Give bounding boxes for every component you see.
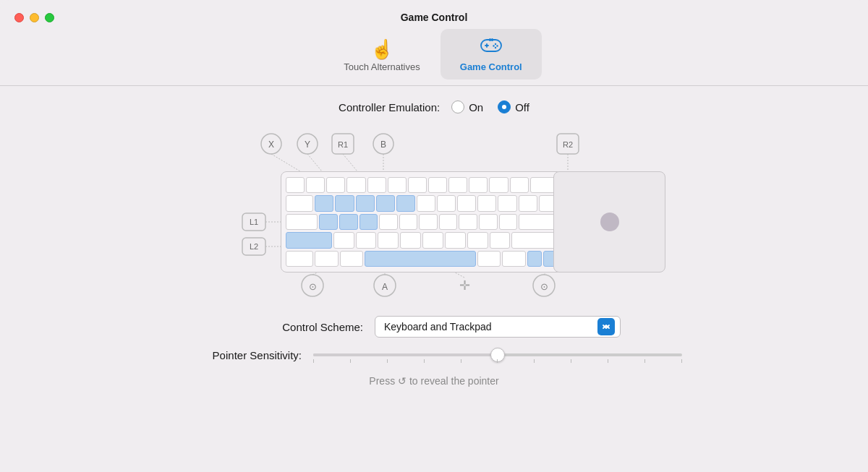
- tabs-bar: ☝ Touch Alternatives Game Control: [0, 23, 868, 80]
- trackpad: [553, 171, 665, 273]
- key: [459, 214, 477, 230]
- window-title: Game Control: [401, 12, 468, 23]
- tab-touch-alternatives[interactable]: ☝ Touch Alternatives: [326, 33, 438, 80]
- key-blue: [286, 232, 332, 248]
- svg-rect-0: [481, 40, 501, 51]
- key-blue: [356, 195, 375, 211]
- svg-text:L2: L2: [250, 242, 258, 251]
- sensitivity-row: Pointer Sensitivity:: [186, 348, 682, 362]
- key: [378, 232, 399, 248]
- touch-icon: ☝: [370, 40, 393, 59]
- svg-text:L1: L1: [250, 218, 258, 226]
- kb-row-2: [286, 195, 558, 211]
- trackpad-dot: [600, 213, 619, 231]
- slider-track: [313, 353, 682, 356]
- key-blue: [319, 214, 338, 230]
- key: [439, 214, 458, 230]
- svg-point-3: [495, 43, 496, 45]
- key: [400, 232, 421, 248]
- key: [367, 177, 386, 193]
- svg-text:X: X: [268, 140, 274, 150]
- svg-rect-15: [332, 134, 354, 154]
- svg-point-33: [374, 275, 396, 296]
- key: [510, 177, 529, 193]
- key: [408, 177, 427, 193]
- key-space-blue: [365, 251, 476, 267]
- key: [422, 232, 443, 248]
- slider-fill: [313, 353, 498, 356]
- key-blue: [396, 195, 415, 211]
- svg-text:A: A: [382, 282, 388, 292]
- main-content: Controller Emulation: On Off X: [0, 86, 868, 472]
- key: [437, 195, 456, 211]
- key: [498, 195, 516, 211]
- close-button[interactable]: [14, 13, 24, 22]
- svg-line-14: [307, 154, 322, 171]
- sensitivity-label: Pointer Sensitivity:: [186, 349, 302, 361]
- radio-on-label: On: [469, 101, 483, 113]
- svg-line-17: [343, 154, 357, 171]
- svg-rect-21: [557, 134, 579, 154]
- diagram-wrapper: X Y R1 B R2 L1: [203, 128, 665, 301]
- svg-point-5: [493, 45, 494, 46]
- emulation-label: Controller Emulation:: [339, 101, 440, 113]
- kb-row-1: [286, 177, 558, 193]
- key: [457, 195, 476, 211]
- svg-point-18: [373, 134, 393, 154]
- radio-off-circle[interactable]: [498, 100, 511, 113]
- svg-text:R2: R2: [563, 140, 573, 149]
- traffic-lights: [14, 13, 54, 22]
- sensitivity-slider[interactable]: [313, 348, 682, 362]
- key: [469, 177, 488, 193]
- key-blue: [376, 195, 395, 211]
- key: [286, 214, 318, 230]
- kb-row-3: [286, 214, 558, 230]
- minimize-button[interactable]: [30, 13, 39, 22]
- radio-off[interactable]: Off: [498, 100, 529, 113]
- key: [333, 232, 354, 248]
- gamepad-icon: [480, 36, 502, 59]
- maximize-button[interactable]: [45, 13, 54, 22]
- scheme-row: Control Scheme: Keyboard and Trackpad Ke…: [247, 316, 621, 338]
- svg-rect-24: [242, 213, 265, 231]
- svg-text:B: B: [380, 140, 386, 150]
- svg-point-6: [495, 47, 496, 48]
- key-blue: [335, 195, 354, 211]
- key-blue: [527, 251, 542, 267]
- key: [467, 232, 488, 248]
- kb-row-4: [286, 232, 558, 248]
- key: [326, 177, 345, 193]
- radio-on-circle[interactable]: [451, 100, 464, 113]
- radio-on[interactable]: On: [451, 100, 483, 113]
- key: [340, 251, 363, 267]
- key: [519, 195, 537, 211]
- svg-rect-27: [242, 238, 265, 255]
- footer-hint-text: Press ↺ to reveal the pointer: [369, 375, 498, 387]
- emulation-row: Controller Emulation: On Off: [339, 100, 529, 113]
- key: [419, 214, 438, 230]
- svg-rect-8: [491, 38, 493, 41]
- footer-hint: Press ↺ to reveal the pointer: [369, 375, 498, 387]
- svg-text:R1: R1: [338, 140, 348, 149]
- tab-game-control[interactable]: Game Control: [441, 29, 542, 80]
- key: [286, 251, 313, 267]
- key: [490, 232, 511, 248]
- key: [445, 232, 466, 248]
- svg-point-30: [302, 275, 323, 296]
- tab-game-label: Game Control: [460, 61, 522, 72]
- key: [356, 232, 377, 248]
- svg-rect-7: [489, 38, 491, 41]
- key: [448, 177, 467, 193]
- key: [477, 195, 496, 211]
- key-blue: [339, 214, 358, 230]
- control-scheme-select[interactable]: Keyboard and Trackpad Keyboard Only Game…: [375, 316, 621, 338]
- key: [346, 177, 365, 193]
- key: [286, 195, 313, 211]
- svg-point-12: [297, 134, 318, 154]
- svg-point-38: [533, 275, 555, 296]
- svg-text:Y: Y: [305, 140, 310, 150]
- keyboard: [281, 171, 563, 273]
- key: [511, 232, 558, 248]
- svg-text:✛: ✛: [459, 278, 470, 293]
- diagram-area: X Y R1 B R2 L1: [29, 128, 839, 301]
